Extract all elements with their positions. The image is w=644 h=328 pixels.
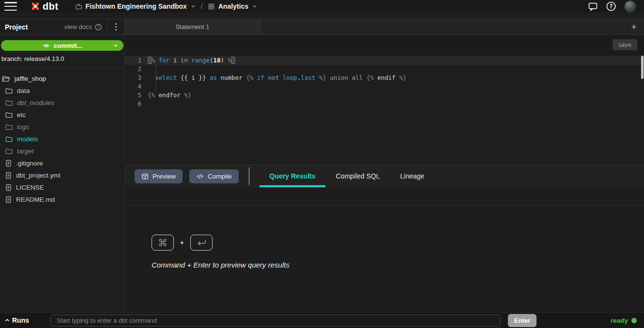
tab-label: Statement 1 — [175, 23, 209, 30]
line-number: 3 — [125, 74, 148, 82]
view-docs-label: view docs — [64, 23, 92, 30]
new-tab-button[interactable]: + — [624, 19, 644, 34]
tree-item-label: target — [17, 148, 34, 155]
tree-item-target[interactable]: target — [0, 145, 124, 157]
return-arrow-icon — [196, 239, 207, 247]
commit-label: commit... — [54, 42, 82, 49]
dbt-logo: dbt — [30, 0, 59, 12]
code-line-6[interactable]: 6 — [125, 100, 644, 108]
enter-button[interactable]: Enter — [508, 314, 537, 327]
svg-text:?: ? — [97, 25, 99, 30]
code-line-4[interactable]: 4 — [125, 82, 644, 91]
chat-icon[interactable] — [588, 1, 598, 12]
tree-item-dbt-modules[interactable]: dbt_modules — [0, 97, 124, 109]
project-selector[interactable]: Analytics — [208, 2, 258, 10]
line-number: 5 — [125, 91, 148, 100]
line-number: 6 — [125, 100, 148, 108]
editor-tab-bar: Statement 1 + — [125, 13, 644, 35]
editor-toolbar: save — [125, 35, 644, 55]
tree-item-logs[interactable]: logs — [0, 121, 124, 133]
tree-item-data[interactable]: data — [0, 85, 124, 97]
code-icon — [196, 173, 204, 180]
question-circle-icon: ? — [94, 23, 102, 31]
grid-icon — [208, 3, 215, 10]
chevron-up-icon — [4, 317, 11, 324]
folder-open-icon — [2, 75, 10, 82]
status-indicator: ready — [611, 317, 637, 324]
svg-text:?: ? — [610, 3, 613, 10]
tree-item--gitignore[interactable]: .gitignore — [0, 157, 124, 169]
folder-icon — [5, 112, 13, 118]
tree-item-label: README.md — [16, 196, 55, 203]
code-line-1[interactable]: 1{% for i in range(10) %} — [125, 56, 644, 65]
tree-item-label: LICENSE — [16, 184, 44, 191]
preview-button[interactable]: Preview — [135, 169, 183, 183]
tab-bar-spacer — [261, 19, 624, 34]
dbt-command-input[interactable] — [50, 314, 500, 327]
sidebar-title: Project — [0, 23, 28, 31]
code-line-2[interactable]: 2 — [125, 65, 644, 74]
tree-item-label: jaffle_shop — [15, 75, 46, 82]
git-commit-icon — [42, 42, 50, 50]
results-tab-label: Query Results — [270, 172, 316, 180]
chevron-down-icon — [113, 43, 119, 48]
tree-item-models[interactable]: models — [0, 133, 124, 145]
hamburger-menu-icon[interactable] — [4, 2, 17, 11]
tree-item-dbt-project-yml[interactable]: dbt_project.yml — [0, 169, 124, 181]
tree-item-label: dbt_project.yml — [16, 172, 61, 179]
command-bar: Runs Enter ready — [0, 312, 644, 328]
tree-item-jaffle-shop[interactable]: jaffle_shop — [0, 73, 124, 85]
plus-separator: + — [180, 239, 184, 246]
account-name: Fishtown Engineering Sandbox — [86, 2, 187, 10]
code-editor[interactable]: 1{% for i in range(10) %}23 select {{ i … — [125, 55, 644, 165]
tree-item-license[interactable]: LICENSE — [0, 181, 124, 194]
tree-item-label: dbt_modules — [17, 99, 54, 106]
user-avatar[interactable] — [624, 0, 636, 13]
runs-panel-toggle[interactable]: Runs — [0, 316, 50, 324]
status-label: ready — [611, 317, 628, 324]
chevron-down-icon — [190, 3, 196, 9]
tree-item-readme-md[interactable]: README.md — [0, 194, 124, 206]
indent-guide — [155, 65, 156, 91]
command-key-icon: ⌘ — [158, 237, 168, 249]
line-number: 2 — [125, 65, 148, 74]
project-name: Analytics — [218, 2, 248, 10]
commit-button[interactable]: commit... — [1, 40, 123, 51]
results-toolbar-strip — [125, 187, 644, 206]
results-panel-body: ⌘ + Command + Enter to preview query res… — [125, 206, 644, 312]
tree-item-label: etc — [17, 111, 26, 119]
command-keycap: ⌘ — [152, 235, 174, 251]
dbt-logo-text: dbt — [43, 1, 59, 12]
code-line-3[interactable]: 3 select {{ i }} as number {% if not loo… — [125, 74, 644, 82]
folder-icon — [5, 136, 13, 142]
plus-icon: + — [631, 22, 636, 32]
editor-scrollbar[interactable] — [641, 56, 644, 79]
tree-item-label: logs — [17, 123, 29, 131]
chevron-down-icon — [252, 3, 258, 9]
help-icon[interactable]: ? — [606, 1, 616, 12]
results-tab-label: Lineage — [400, 172, 425, 180]
tree-item-label: .gitignore — [16, 160, 43, 167]
sidebar-kebab-menu[interactable] — [107, 19, 124, 34]
shortcut-hint-text: Command + Enter to preview query results — [152, 261, 644, 269]
enter-keycap — [190, 235, 213, 251]
code-line-5[interactable]: 5{% endfor %} — [125, 91, 644, 100]
tree-item-etc[interactable]: etc — [0, 109, 124, 121]
save-button[interactable]: save — [613, 39, 637, 50]
view-docs-link[interactable]: view docs ? — [64, 23, 107, 31]
results-tab-query-results[interactable]: Query Results — [260, 165, 326, 187]
status-dot-icon — [631, 318, 637, 323]
compile-button[interactable]: Compile — [189, 169, 239, 183]
results-tab-lineage[interactable]: Lineage — [390, 165, 435, 187]
dbt-logo-icon — [30, 0, 41, 12]
tab-statement-1[interactable]: Statement 1 — [125, 19, 261, 34]
table-icon — [141, 173, 149, 180]
line-number: 4 — [125, 82, 148, 91]
line-number: 1 — [125, 56, 148, 65]
results-tab-compiled-sql[interactable]: Compiled SQL — [325, 165, 390, 187]
dbt-cloud-ide: dbt Fishtown Engineering Sandbox / Analy… — [0, 0, 644, 328]
file-tree: jaffle_shopdatadbt_modulesetclogsmodelst… — [0, 68, 124, 206]
top-navigation-bar: dbt Fishtown Engineering Sandbox / Analy… — [0, 0, 644, 13]
file-icon — [5, 196, 12, 203]
account-selector[interactable]: Fishtown Engineering Sandbox — [75, 2, 196, 10]
